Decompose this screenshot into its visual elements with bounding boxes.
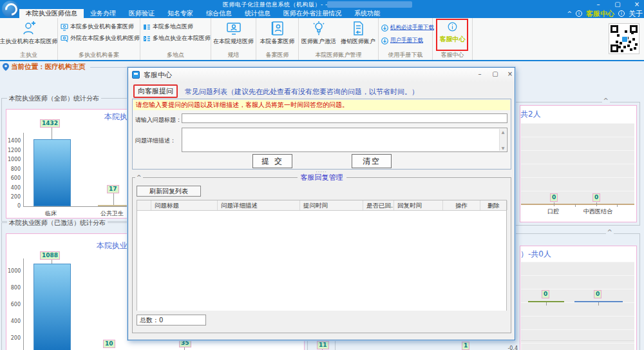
ribbon-item-label: 用户手册下载 — [390, 37, 423, 44]
y-tick: 1400 — [8, 138, 21, 144]
dialog-maximize-button[interactable]: ▢ — [490, 70, 500, 79]
info-icon: i — [576, 10, 582, 17]
axis-tick — [554, 202, 554, 206]
ribbon-item-label: 主执业机构在本院医师 — [0, 37, 58, 46]
col-ask-time[interactable]: 提问时间 — [300, 200, 363, 210]
axis-tick — [546, 302, 547, 306]
collapse-chevron-icon[interactable]: ^ — [602, 99, 610, 104]
location-pin-icon — [3, 63, 9, 71]
total-count-box: 总数：0 — [137, 315, 206, 326]
bar-clinical — [33, 264, 71, 350]
qr-code — [609, 23, 639, 54]
ribbon-item-external-multi-org[interactable]: 外院在本院多执业机构医师 — [61, 34, 138, 43]
col-reply-time[interactable]: 回复时间 — [394, 200, 443, 210]
col-operation[interactable]: 操作 — [443, 200, 480, 210]
menu-tab-experts[interactable]: 知名专家 — [161, 9, 200, 18]
ribbon-group-caption: 主执业 — [0, 51, 57, 59]
collapse-chevron-icon[interactable]: ^ — [135, 174, 143, 180]
x-category: 口腔 — [547, 208, 559, 216]
window-close-button[interactable]: × — [631, 0, 643, 8]
y-tick: 400 — [8, 185, 21, 191]
ribbon-collapse-icon[interactable]: ^ — [567, 10, 572, 17]
menu-about-link[interactable]: 关于 — [629, 9, 643, 19]
dialog-titlebar[interactable]: 客服中心 – ▢ × — [128, 68, 515, 82]
download-icon — [381, 37, 388, 44]
menu-tabs: 本院执业医师信息 业务办理 医师验证 知名专家 综合信息 统计信息 医师在外省注… — [19, 9, 386, 18]
tab-faq-list[interactable]: 常见问题列表（建议先在此处查看有没有您要咨询的问题，以节省时间。） — [185, 87, 419, 97]
question-title-input[interactable] — [182, 113, 507, 123]
ribbon-group-account-mgmt: 医师账户激活 撤销医师账户 本院医师账户管理 — [299, 18, 379, 60]
submit-button[interactable]: 提 交 — [252, 154, 292, 168]
reply-table-body-empty — [137, 211, 506, 311]
ribbon-group-caption: 多执业机构备案 — [58, 51, 140, 59]
value-label: 1088 — [40, 251, 60, 260]
question-form-panel: 请您输入要提问的问题以及详细描述，客服人员将第一时间回答您的问题。 请输入问题标… — [132, 99, 511, 170]
ribbon-item-multi-site-in-hospital[interactable]: 多地点执业在本院医师 — [143, 34, 209, 43]
col-selector — [137, 200, 151, 210]
dialog-close-button[interactable]: × — [505, 70, 515, 79]
scrollbar[interactable]: ▲▼ — [499, 129, 506, 151]
window-maximize-button[interactable]: ▢ — [612, 0, 623, 8]
ribbon-group-caption: 使用手册下载 — [379, 51, 432, 59]
ribbon-group-multi-site: 本院多地点医师 多地点执业在本院医师 多地点 — [140, 18, 211, 60]
question-desc-textarea[interactable]: ▲▼ — [182, 128, 507, 152]
value-label: 0 — [592, 193, 600, 202]
menu-tab-system[interactable]: 系统功能 — [348, 9, 386, 18]
ribbon-group-multi-org-filing: 本院多执业机构备案医师 外院在本院多执业机构医师 多执业机构备案 — [58, 18, 140, 60]
ribbon-item-label: 本院多执业机构备案医师 — [70, 23, 134, 31]
value-label: 17 — [107, 185, 119, 193]
menu-service-center-link[interactable]: 客服中心 — [586, 9, 614, 19]
y-tick: 1000 — [8, 268, 21, 274]
leader-line — [113, 193, 114, 205]
clear-button[interactable]: 清空 — [352, 154, 392, 168]
col-answered[interactable]: 是否已回.. — [363, 200, 394, 210]
service-center-dialog: 客服中心 – ▢ × 向客服提问 常见问题列表（建议先在此处查看有没有您要咨询的… — [128, 67, 515, 340]
ribbon-item-label: 多地点执业在本院医师 — [153, 34, 211, 43]
refresh-reply-list-button[interactable]: 刷新回复列表 — [137, 186, 201, 197]
chart-title: 共2人 — [520, 109, 541, 120]
ribbon-item-own-multi-org[interactable]: 本院多执业机构备案医师 — [61, 23, 138, 31]
menu-tab-physician-info[interactable]: 本院执业医师信息 — [19, 9, 84, 18]
menu-tab-verify[interactable]: 医师验证 — [122, 9, 161, 18]
ribbon-item-label: 医师账户激活 — [301, 37, 336, 46]
col-question-desc[interactable]: 问题详细描述 — [218, 200, 300, 210]
monitor-person-icon — [61, 35, 68, 43]
ribbon-item-training-doctors[interactable]: 在本院规培医师 — [211, 18, 256, 46]
y-tick: 1200 — [8, 148, 21, 153]
ribbon-link-org-manual-download[interactable]: 机构必读手册下载 — [381, 24, 430, 32]
menu-bar: 本院执业医师信息 业务办理 医师验证 知名专家 综合信息 统计信息 医师在外省注… — [0, 9, 644, 18]
info-icon: i — [618, 10, 625, 17]
chart-title: 本院执 — [104, 112, 128, 122]
col-delete[interactable]: 删除 — [480, 200, 507, 210]
ribbon-item-own-multi-site[interactable]: 本院多地点医师 — [143, 23, 209, 31]
tab-ask-service[interactable]: 向客服提问 — [133, 84, 178, 98]
col-question-title[interactable]: 问题标题 — [151, 200, 218, 210]
dialog-minimize-button[interactable]: – — [475, 70, 485, 79]
lightbulb-icon — [311, 21, 327, 36]
collapse-chevron-icon[interactable]: ^ — [606, 230, 614, 235]
download-icon — [381, 24, 388, 32]
ribbon-group-filed-doctors: 本院备案医师 备案医师 — [256, 18, 299, 60]
window-minimize-button[interactable]: – — [592, 0, 604, 8]
ribbon-group-caption: 客服中心 — [433, 51, 472, 59]
notice-banner: 请您输入要提问的问题以及详细描述，客服人员将第一时间回答您的问题。 — [133, 100, 510, 110]
ribbon-item-label: 在本院规培医师 — [213, 37, 254, 46]
dialog-window-icon — [132, 71, 140, 79]
ribbon-link-user-manual-download[interactable]: 用户手册下载 — [381, 37, 430, 44]
y-tick: 1000 — [8, 157, 21, 162]
question-title-label: 请输入问题标题： — [135, 116, 182, 124]
y-tick: 800 — [8, 285, 21, 291]
menu-right-actions: ^ i 客服中心 i 关于 — [567, 9, 644, 18]
ribbon-item-filed-doctors[interactable]: 本院备案医师 — [256, 18, 298, 46]
menu-tab-general-info[interactable]: 综合信息 — [200, 9, 238, 18]
breadcrumb: 当前位置：医疗机构主页 — [3, 63, 130, 72]
menu-tab-statistics[interactable]: 统计信息 — [238, 9, 277, 18]
menu-tab-business[interactable]: 业务办理 — [84, 9, 122, 18]
menu-tab-out-province[interactable]: 医师在外省注册情况 — [277, 9, 348, 18]
ribbon-group-primary-practice: 主执业机构在本院医师 主执业 — [0, 18, 58, 60]
reply-table: 问题标题 问题详细描述 提问时间 是否已回.. 回复时间 操作 删除 — [137, 200, 507, 311]
panel-title: 本院执业医师（全部）统计分布 — [7, 94, 101, 103]
ribbon-item-primary-practice-doctors[interactable]: 主执业机构在本院医师 — [0, 18, 57, 46]
ribbon-group-caption: 多地点 — [140, 51, 211, 59]
redacted-org-name — [327, 1, 412, 8]
